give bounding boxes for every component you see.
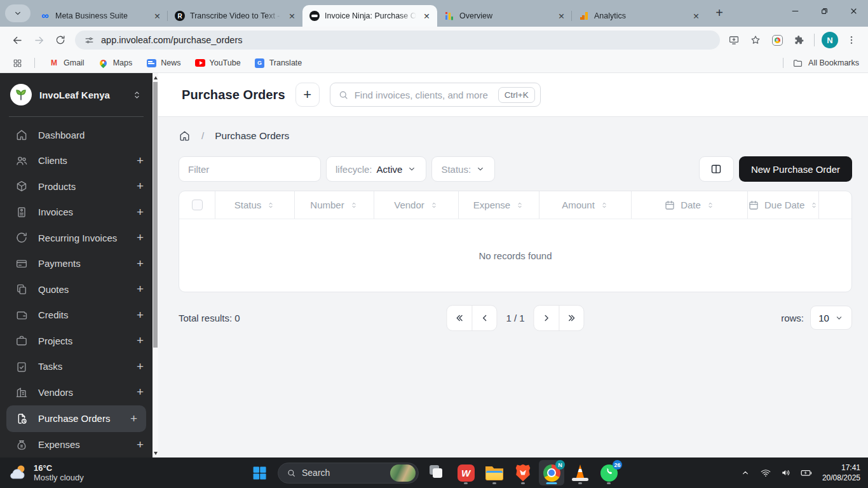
taskbar-app-button[interactable] (453, 460, 478, 485)
quick-add-icon[interactable]: + (137, 154, 144, 168)
quick-add-icon[interactable]: + (137, 334, 144, 348)
new-purchase-order-button[interactable]: New Purchase Order (739, 156, 852, 182)
sidebar-item[interactable]: Purchase Orders + (6, 405, 146, 432)
site-settings-icon[interactable] (84, 35, 95, 46)
window-minimize-button[interactable] (780, 0, 810, 22)
browser-tab[interactable]: Analytics ✕ (572, 5, 707, 27)
scrollbar-down-arrow[interactable] (153, 449, 158, 457)
all-bookmarks-button[interactable]: All Bookmarks (779, 58, 859, 69)
sidebar-item[interactable]: Dashboard (0, 122, 153, 148)
quick-add-icon[interactable]: + (137, 438, 144, 452)
lifecycle-filter-dropdown[interactable]: lifecycle: Active (326, 156, 426, 182)
sidebar-item[interactable]: Payments + (0, 251, 153, 277)
global-search[interactable]: Ctrl+K (330, 83, 541, 107)
column-header[interactable]: Amount (539, 191, 631, 219)
apps-button[interactable] (9, 53, 25, 73)
hidden-icons-button[interactable] (736, 460, 755, 485)
first-page-button[interactable] (447, 306, 471, 330)
bookmark-item[interactable]: YouTube (190, 53, 246, 72)
window-close-button[interactable] (839, 0, 868, 22)
sort-icon[interactable] (600, 201, 609, 210)
column-header[interactable]: Status (215, 191, 294, 219)
quick-add-icon[interactable]: + (137, 308, 144, 322)
sidebar-item[interactable]: Recurring Invoices + (0, 225, 153, 251)
next-page-button[interactable] (534, 306, 559, 330)
quick-add-icon[interactable]: + (137, 179, 144, 193)
column-header[interactable]: Vendor (374, 191, 458, 219)
reload-button[interactable] (50, 29, 71, 51)
scrollbar-up-arrow[interactable] (153, 74, 158, 81)
browser-menu-button[interactable] (841, 30, 862, 50)
browser-tab[interactable]: Overview ✕ (437, 5, 572, 27)
browser-tab[interactable]: Invoice Ninja: Purchase Orders ✕ (302, 5, 437, 27)
quick-add-icon[interactable]: + (137, 205, 144, 219)
address-bar[interactable]: app.involeaf.com/purchase_orders (75, 30, 720, 50)
quick-add-icon[interactable]: + (137, 231, 144, 245)
taskbar-app-button[interactable]: N (539, 460, 564, 485)
taskbar-clock[interactable]: 17:41 20/08/2025 (822, 463, 860, 483)
previous-page-button[interactable] (471, 306, 496, 330)
quick-add-icon[interactable]: + (137, 282, 144, 296)
taskbar-app-button[interactable] (482, 460, 507, 485)
forward-button[interactable] (28, 29, 50, 51)
sort-icon[interactable] (430, 201, 438, 210)
search-highlight-image[interactable] (390, 464, 416, 482)
global-search-input[interactable] (355, 90, 492, 100)
sort-icon[interactable] (266, 201, 275, 210)
bookmark-item[interactable]: Translate (250, 53, 308, 72)
sort-icon[interactable] (810, 201, 818, 210)
filter-input[interactable] (179, 156, 321, 182)
weather-widget[interactable]: 16°C Mostly cloudy (8, 463, 84, 483)
tab-close-icon[interactable]: ✕ (691, 11, 702, 22)
sidebar-item[interactable]: Products + (0, 173, 153, 200)
tab-search-button[interactable] (5, 4, 31, 22)
select-all-checkbox[interactable] (192, 200, 203, 210)
sidebar-item[interactable]: Invoices + (0, 200, 153, 226)
column-header[interactable]: Expense (458, 191, 539, 219)
bookmark-item[interactable]: Maps (93, 53, 138, 72)
url-text[interactable]: app.involeaf.com/purchase_orders (101, 35, 242, 45)
tab-close-icon[interactable]: ✕ (287, 11, 297, 22)
sort-icon[interactable] (349, 201, 358, 210)
gallery-button[interactable] (767, 30, 787, 50)
column-header[interactable]: Due Date (747, 191, 818, 219)
last-page-button[interactable] (559, 306, 584, 330)
sidebar-item[interactable]: Credits + (0, 302, 153, 329)
taskbar-app-button[interactable] (424, 460, 450, 485)
tab-close-icon[interactable]: ✕ (421, 11, 432, 22)
profile-button[interactable]: N (820, 30, 840, 50)
extensions-button[interactable] (789, 30, 809, 50)
install-app-button[interactable] (724, 30, 744, 50)
sidebar-item[interactable]: Projects + (0, 328, 153, 354)
new-tab-button[interactable]: + (710, 4, 728, 22)
window-restore-button[interactable] (810, 0, 839, 22)
bookmark-item[interactable]: News (141, 53, 186, 72)
network-button[interactable] (756, 460, 775, 485)
tab-close-icon[interactable]: ✕ (556, 11, 567, 22)
sidebar-item[interactable]: Clients + (0, 148, 153, 174)
sidebar-item[interactable]: Quotes + (0, 276, 153, 302)
sort-icon[interactable] (706, 201, 715, 210)
column-settings-button[interactable] (699, 156, 734, 182)
sidebar-item[interactable]: Vendors + (0, 379, 153, 405)
tab-close-icon[interactable]: ✕ (152, 11, 163, 22)
company-switcher[interactable]: InvoLeaf Kenya (0, 79, 153, 110)
bookmark-button[interactable] (745, 30, 766, 50)
quick-add-icon[interactable]: + (130, 412, 137, 426)
back-button[interactable] (6, 29, 28, 51)
quick-add-icon[interactable]: + (137, 360, 144, 374)
sidebar-scrollbar[interactable] (153, 73, 158, 458)
home-icon[interactable] (179, 130, 191, 142)
battery-button[interactable] (797, 460, 816, 485)
status-filter-dropdown[interactable]: Status: (431, 156, 495, 182)
quick-add-icon[interactable]: + (137, 385, 144, 399)
taskbar-app-button[interactable] (567, 460, 593, 485)
column-header[interactable]: Number (294, 191, 374, 219)
sidebar-item[interactable]: Tasks + (0, 354, 153, 380)
column-header[interactable]: Date (631, 191, 747, 219)
taskbar-search[interactable]: Search (278, 463, 419, 484)
start-button[interactable] (247, 460, 272, 485)
quick-add-icon[interactable]: + (137, 257, 144, 271)
browser-tab[interactable]: Transcribe Video to Text - AI ✕ (168, 5, 302, 27)
taskbar-app-button[interactable]: 26 (596, 460, 621, 485)
